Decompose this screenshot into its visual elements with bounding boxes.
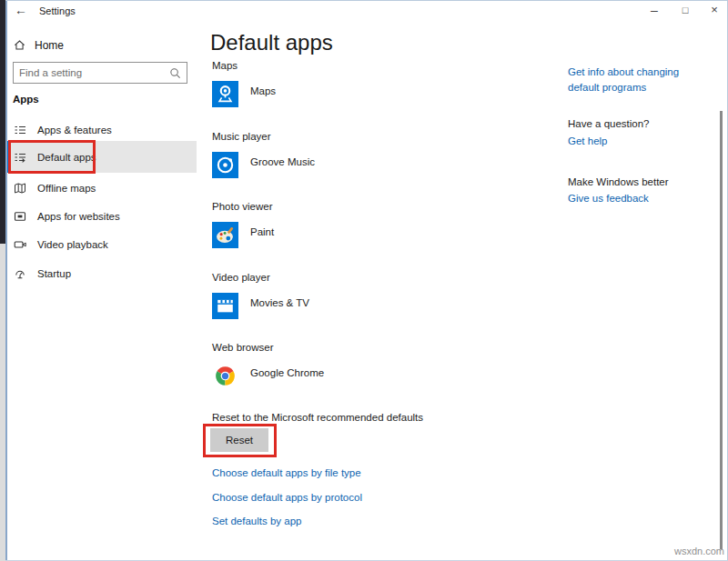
back-button[interactable]: ←: [15, 3, 27, 17]
sidebar-item-video-playback[interactable]: Video playback: [7, 231, 197, 258]
settings-window: ← Settings – □ × Home Apps Apps & featur…: [0, 0, 728, 561]
have-a-question-label: Have a question?: [568, 118, 650, 129]
maximize-icon: □: [682, 5, 689, 15]
sidebar-item-label: Apps for websites: [37, 211, 120, 222]
link-default-apps-by-file-type[interactable]: Choose default apps by file type: [212, 467, 361, 478]
search-icon[interactable]: [169, 67, 181, 79]
close-button[interactable]: ×: [704, 2, 724, 18]
category-label-web-browser: Web browser: [212, 342, 274, 353]
category-label-music-player: Music player: [212, 131, 271, 142]
app-name: Maps: [250, 85, 276, 96]
watermark: wsxdn.com: [674, 546, 724, 556]
apps-features-icon: [13, 123, 28, 137]
default-apps-icon: [13, 150, 28, 165]
reset-button[interactable]: Reset: [210, 428, 268, 452]
minimize-icon: –: [651, 3, 658, 17]
sidebar-item-label: Startup: [37, 268, 71, 279]
maximize-button[interactable]: □: [675, 2, 695, 18]
close-icon: ×: [711, 3, 718, 16]
link-give-us-feedback[interactable]: Give us feedback: [568, 193, 649, 204]
search-box: [13, 62, 187, 84]
sidebar-item-label: Default apps: [37, 152, 96, 163]
sidebar-item-apps-for-websites[interactable]: Apps for websites: [7, 203, 197, 230]
paint-app-icon: [212, 222, 238, 248]
sidebar-item-apps-features[interactable]: Apps & features: [7, 116, 197, 144]
apps-for-websites-icon: [13, 209, 28, 224]
page-title: Default apps: [210, 30, 333, 55]
default-app-web-browser[interactable]: Google Chrome: [212, 363, 324, 389]
home-icon: [13, 38, 26, 52]
google-chrome-icon: [212, 363, 238, 389]
window-border-top: [5, 0, 728, 1]
make-windows-better-label: Make Windows better: [568, 176, 669, 187]
selected-indicator: [7, 141, 10, 173]
link-default-apps-by-protocol[interactable]: Choose default apps by protocol: [212, 492, 362, 503]
sidebar-item-label: Video playback: [37, 239, 108, 250]
app-name: Groove Music: [250, 156, 315, 167]
sidebar-section-label: Apps: [13, 94, 39, 105]
app-name: Google Chrome: [250, 367, 324, 378]
reset-caption: Reset to the Microsoft recommended defau…: [212, 412, 423, 423]
sidebar-item-startup[interactable]: Startup: [7, 260, 197, 287]
movies-tv-icon: [212, 293, 238, 319]
window-title: Settings: [39, 5, 76, 16]
sidebar-item-default-apps[interactable]: Default apps: [7, 141, 197, 173]
app-name: Paint: [250, 226, 274, 237]
default-app-maps[interactable]: Maps: [212, 81, 276, 107]
category-label-photo-viewer: Photo viewer: [212, 201, 272, 212]
offline-maps-icon: [13, 181, 28, 195]
link-get-help[interactable]: Get help: [568, 135, 607, 146]
scrollbar[interactable]: [720, 111, 723, 549]
video-playback-icon: [13, 237, 28, 252]
default-app-video-player[interactable]: Movies & TV: [212, 293, 309, 319]
minimize-button[interactable]: –: [644, 2, 664, 18]
sidebar-home-label: Home: [35, 39, 64, 52]
app-name: Movies & TV: [250, 297, 309, 308]
default-app-music-player[interactable]: Groove Music: [212, 152, 315, 178]
search-input[interactable]: [14, 67, 169, 78]
category-label-video-player: Video player: [212, 272, 270, 283]
groove-music-icon: [212, 152, 238, 178]
sidebar-item-offline-maps[interactable]: Offline maps: [7, 175, 197, 202]
sidebar-item-label: Offline maps: [37, 183, 96, 194]
sidebar-item-home[interactable]: Home: [13, 38, 64, 52]
category-label-maps: Maps: [212, 60, 238, 71]
default-app-photo-viewer[interactable]: Paint: [212, 222, 274, 248]
link-set-defaults-by-app[interactable]: Set defaults by app: [212, 516, 301, 526]
back-arrow-icon: ←: [15, 3, 27, 17]
maps-app-icon: [212, 81, 238, 107]
startup-icon: [13, 266, 28, 281]
link-get-info-default-programs[interactable]: Get info about changing default programs: [568, 65, 704, 96]
sidebar-item-label: Apps & features: [37, 125, 112, 135]
